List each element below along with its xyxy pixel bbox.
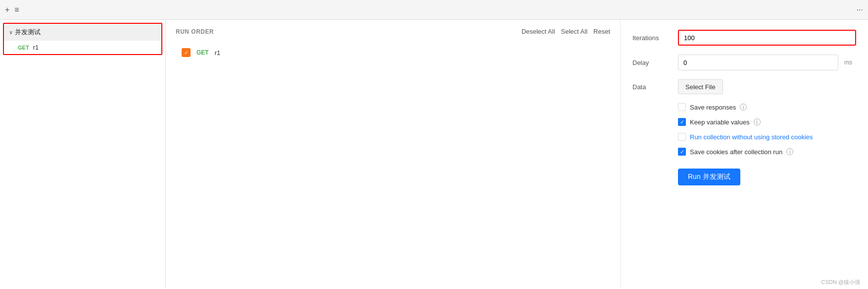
save-cookies-info-icon[interactable]: i: [786, 148, 793, 155]
delay-input[interactable]: [678, 55, 838, 70]
run-button[interactable]: Run 并发测试: [678, 169, 740, 185]
keep-variable-values-label: Keep variable values: [690, 118, 750, 126]
iterations-row: Iterations: [632, 30, 856, 46]
save-responses-info-icon[interactable]: i: [740, 104, 747, 111]
run-order-actions: Deselect All Select All Reset: [522, 28, 610, 35]
sidebar-inner: ∨ 并发测试 GET r1: [3, 23, 162, 55]
data-label: Data: [632, 83, 672, 91]
content-area: RUN ORDER Deselect All Select All Reset …: [166, 20, 868, 289]
data-row: Data Select File: [632, 79, 856, 94]
run-item-checkbox[interactable]: ✓: [182, 48, 191, 57]
save-responses-label: Save responses: [690, 104, 736, 111]
delay-suffix: ms: [844, 59, 856, 66]
chevron-down-icon: ∨: [9, 29, 13, 36]
main-layout: ∨ 并发测试 GET r1 RUN ORDER Deselect All Sel…: [0, 20, 868, 289]
sidebar-collection[interactable]: ∨ 并发测试: [4, 24, 161, 41]
add-icon[interactable]: +: [5, 5, 9, 14]
iterations-label: Iterations: [632, 34, 672, 42]
keep-variable-values-checkbox[interactable]: [678, 118, 686, 126]
top-bar: + ≡ ···: [0, 0, 868, 20]
run-order-title: RUN ORDER: [176, 28, 522, 35]
footer-text: CSDN @猿小强: [821, 279, 860, 285]
reset-button[interactable]: Reset: [593, 28, 610, 35]
run-item-name: r1: [215, 49, 221, 57]
keep-variable-values-info-icon[interactable]: i: [754, 118, 761, 125]
run-without-cookies-checkbox[interactable]: [678, 133, 686, 141]
run-item-method: GET: [196, 49, 209, 56]
settings-panel: Iterations Delay ms Data Select File Sav…: [621, 20, 868, 289]
item-name-r1: r1: [33, 44, 39, 51]
sidebar-item-r1[interactable]: GET r1: [4, 41, 161, 54]
footer: CSDN @猿小强: [821, 279, 860, 286]
save-responses-row: Save responses i: [678, 103, 856, 111]
filter-icon[interactable]: ≡: [14, 5, 19, 14]
run-item-r1: ✓ GET r1: [176, 43, 610, 62]
run-order-panel: RUN ORDER Deselect All Select All Reset …: [166, 20, 621, 289]
save-cookies-checkbox[interactable]: [678, 148, 686, 156]
collection-name: 并发测试: [15, 28, 41, 37]
delay-row: Delay ms: [632, 55, 856, 70]
run-order-header: RUN ORDER Deselect All Select All Reset: [176, 28, 610, 35]
method-badge-get: GET: [18, 45, 29, 51]
deselect-all-button[interactable]: Deselect All: [522, 28, 555, 35]
delay-label: Delay: [632, 59, 672, 66]
save-responses-checkbox[interactable]: [678, 103, 686, 111]
keep-variable-values-row: Keep variable values i: [678, 118, 856, 126]
run-without-cookies-label: Run collection without using stored cook…: [690, 133, 813, 141]
save-cookies-label: Save cookies after collection run: [690, 148, 782, 156]
save-cookies-row: Save cookies after collection run i: [678, 148, 856, 156]
select-file-button[interactable]: Select File: [678, 79, 723, 94]
run-without-cookies-row: Run collection without using stored cook…: [678, 133, 856, 141]
sidebar: ∨ 并发测试 GET r1: [0, 20, 166, 289]
iterations-input[interactable]: [678, 30, 856, 46]
select-all-button[interactable]: Select All: [561, 28, 587, 35]
more-icon[interactable]: ···: [857, 5, 863, 14]
